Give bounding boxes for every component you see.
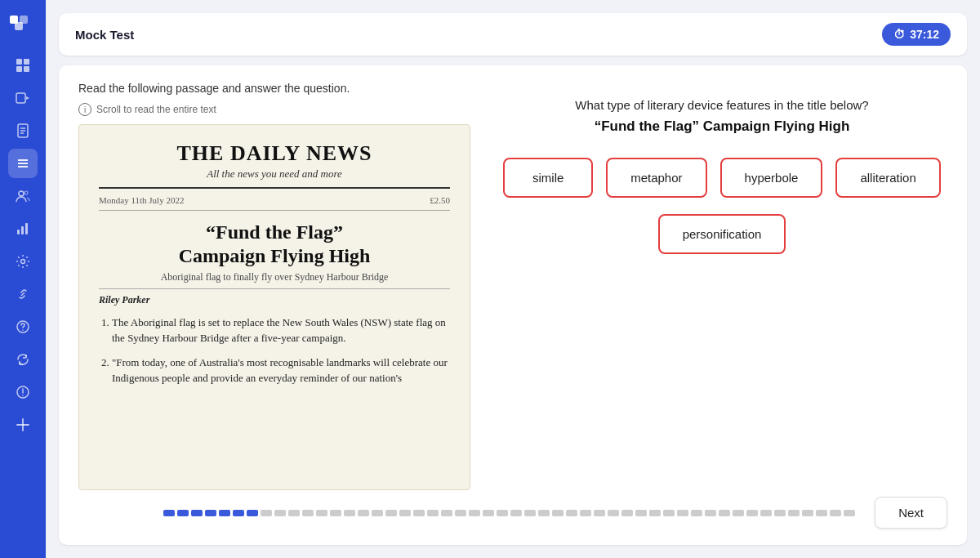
progress-segment: [760, 510, 772, 516]
progress-segment: [497, 510, 508, 516]
answer-options: simile metaphor hyperbole alliteration p…: [497, 158, 947, 254]
timer-icon: ⏱: [893, 28, 905, 41]
progress-segment: [608, 510, 619, 516]
app-logo: [8, 10, 38, 34]
progress-segment: [427, 510, 439, 516]
svg-rect-6: [24, 66, 29, 72]
newspaper-subtitle: All the news you need and more: [99, 167, 450, 181]
content-panel: Read the following passage and answer th…: [59, 65, 967, 545]
progress-segment: [302, 510, 314, 516]
svg-rect-18: [17, 230, 20, 234]
answer-row-2: personification: [658, 214, 786, 254]
progress-segment: [663, 510, 675, 516]
newspaper-date: Monday 11th July 2022: [99, 195, 184, 205]
newspaper[interactable]: THE DAILY NEWS All the news you need and…: [78, 124, 470, 490]
scroll-hint: i Scroll to read the entire text: [78, 103, 470, 116]
header-bar: Mock Test ⏱ 37:12: [59, 13, 967, 56]
svg-point-17: [24, 191, 28, 194]
passage-section: Read the following passage and answer th…: [78, 82, 470, 490]
progress-segment: [538, 510, 550, 516]
list-icon[interactable]: [8, 149, 38, 178]
question-section: What type of literary device features in…: [497, 82, 947, 490]
progress-segment: [635, 510, 647, 516]
help-icon[interactable]: [8, 312, 38, 341]
progress-segment: [510, 510, 522, 516]
progress-segment: [455, 510, 466, 516]
progress-segment: [677, 510, 688, 516]
svg-marker-8: [26, 96, 29, 100]
newspaper-body: The Aboriginal flag is set to replace th…: [99, 315, 450, 386]
plus-icon[interactable]: [8, 410, 38, 440]
page-title: Mock Test: [75, 28, 134, 42]
progress-segment: [594, 510, 605, 516]
progress-segment: [288, 510, 300, 516]
svg-rect-19: [21, 226, 24, 234]
newspaper-headline: “Fund the Flag” Campaign Flying High: [99, 221, 450, 268]
newspaper-title: THE DAILY NEWS: [99, 141, 450, 166]
answer-row-1: simile metaphor hyperbole alliteration: [503, 158, 941, 198]
svg-point-16: [19, 191, 24, 196]
progress-segment: [691, 510, 702, 516]
sidebar: [0, 0, 46, 558]
bottom-bar: Next: [78, 490, 947, 529]
alert-icon[interactable]: [8, 377, 38, 407]
newspaper-price: £2.50: [430, 195, 450, 205]
progress-segment: [413, 510, 425, 516]
content-top: Read the following passage and answer th…: [78, 82, 947, 490]
svg-point-23: [22, 329, 24, 331]
chart-icon[interactable]: [8, 214, 38, 243]
newspaper-header: THE DAILY NEWS All the news you need and…: [99, 141, 450, 189]
option-hyperbole[interactable]: hyperbole: [720, 158, 823, 198]
svg-rect-3: [16, 59, 22, 65]
option-simile[interactable]: simile: [503, 158, 593, 198]
svg-rect-7: [16, 93, 25, 103]
link-icon[interactable]: [8, 279, 38, 309]
progress-segment: [274, 510, 286, 516]
svg-rect-20: [25, 223, 28, 234]
document-icon[interactable]: [8, 116, 38, 145]
newspaper-subheadline: Aboriginal flag to finally fly over Sydn…: [99, 271, 450, 289]
option-personification[interactable]: personification: [658, 214, 786, 254]
svg-rect-4: [24, 59, 29, 65]
grid-icon[interactable]: [8, 51, 38, 80]
progress-segment: [719, 510, 730, 516]
progress-segment: [316, 510, 327, 516]
progress-segment: [580, 510, 591, 516]
progress-segment: [385, 510, 397, 516]
newspaper-meta: Monday 11th July 2022 £2.50: [99, 195, 450, 211]
progress-segment: [830, 510, 841, 516]
svg-rect-2: [15, 22, 23, 30]
refresh-icon[interactable]: [8, 345, 38, 374]
option-alliteration[interactable]: alliteration: [835, 158, 940, 198]
progress-segment: [177, 510, 189, 516]
progress-segment: [552, 510, 564, 516]
video-icon[interactable]: [8, 83, 38, 113]
progress-segment: [163, 510, 175, 516]
scroll-hint-text: Scroll to read the entire text: [96, 104, 216, 115]
progress-segment: [774, 510, 786, 516]
progress-segment: [399, 510, 411, 516]
progress-segment: [330, 510, 341, 516]
users-icon[interactable]: [8, 181, 38, 211]
progress-segment: [191, 510, 203, 516]
progress-segment: [483, 510, 494, 516]
progress-segment: [649, 510, 661, 516]
svg-rect-5: [16, 66, 22, 72]
progress-segment: [372, 510, 383, 516]
progress-segment: [247, 510, 258, 516]
question-text: What type of literary device features in…: [575, 98, 868, 112]
timer-value: 37:12: [910, 28, 939, 41]
progress-segment: [816, 510, 827, 516]
paragraph-2: "From today, one of Australia's most rec…: [112, 355, 450, 386]
passage-instruction: Read the following passage and answer th…: [78, 82, 470, 95]
next-button[interactable]: Next: [875, 497, 947, 529]
svg-point-21: [21, 260, 25, 264]
option-metaphor[interactable]: metaphor: [606, 158, 706, 198]
settings-icon[interactable]: [8, 247, 38, 276]
info-icon: i: [78, 103, 91, 116]
progress-segment: [788, 510, 800, 516]
progress-segment: [844, 510, 855, 516]
main-content: Mock Test ⏱ 37:12 Read the following pas…: [46, 0, 980, 558]
progress-segment: [205, 510, 216, 516]
progress-segment: [219, 510, 230, 516]
